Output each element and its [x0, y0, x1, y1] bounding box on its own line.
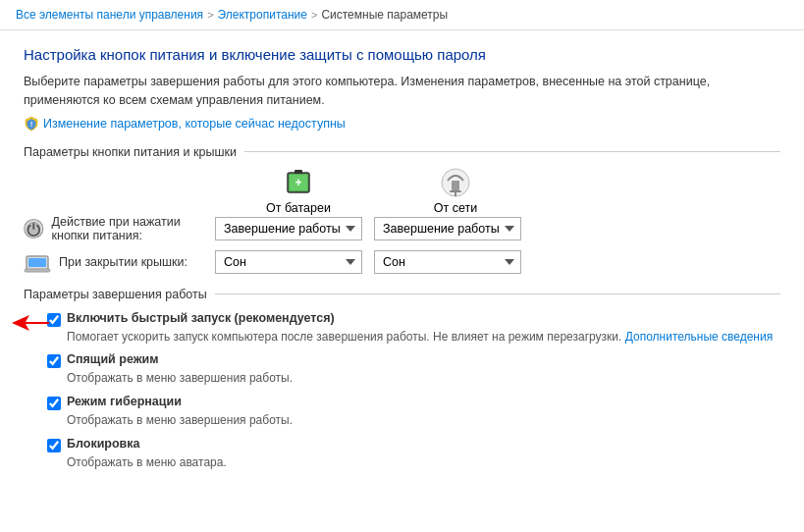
- hibernate-row: Режим гибернации: [47, 395, 780, 410]
- power-plug-icon: [440, 167, 471, 198]
- fast-startup-row: Включить быстрый запуск (рекомендуется): [47, 311, 780, 327]
- red-arrow-icon: [12, 313, 49, 333]
- svg-text:+: +: [295, 176, 301, 189]
- battery-icon: +: [285, 167, 312, 198]
- lock-checkbox[interactable]: [47, 439, 61, 452]
- fast-startup-checkbox[interactable]: [47, 313, 61, 327]
- power-column-header: От сети: [377, 167, 534, 215]
- row2-battery-select[interactable]: Сон Завершение работы Гибернация Ничего …: [215, 250, 362, 274]
- svg-rect-13: [25, 269, 50, 272]
- row1-label: Действие при нажатии кнопки питания:: [52, 215, 215, 242]
- breadcrumb-part3: Системные параметры: [321, 8, 448, 22]
- fast-startup-label: Включить быстрый запуск (рекомендуется): [67, 311, 335, 325]
- svg-rect-12: [28, 258, 46, 267]
- svg-text:!: !: [30, 120, 33, 129]
- sleep-mode-checkbox[interactable]: [47, 354, 61, 368]
- lock-desc: Отображать в меню аватара.: [67, 454, 780, 471]
- svg-rect-6: [452, 181, 459, 190]
- row2-power-select[interactable]: Сон Завершение работы Гибернация Ничего …: [374, 250, 521, 274]
- breadcrumb-part2[interactable]: Электропитание: [218, 8, 307, 22]
- sleep-mode-desc: Отображать в меню завершения работы.: [67, 370, 780, 387]
- lid-close-icon: [24, 248, 51, 276]
- lid-close-row: При закрытии крышки: Сон Завершение рабо…: [24, 248, 780, 276]
- row1-power-select[interactable]: Завершение работы Сон Гибернация Ничего …: [374, 217, 521, 240]
- svg-rect-2: [295, 170, 302, 174]
- section2-title: Параметры завершения работы: [24, 288, 780, 301]
- svg-marker-15: [12, 315, 49, 331]
- battery-column-header: + От батареи: [220, 167, 377, 215]
- fast-startup-link[interactable]: Дополнительные сведения: [625, 330, 773, 344]
- fast-startup-desc: Помогает ускорить запуск компьютера посл…: [67, 329, 780, 346]
- section1-title: Параметры кнопки питания и крышки: [24, 145, 780, 159]
- breadcrumb-part1[interactable]: Все элементы панели управления: [16, 8, 203, 22]
- page-title: Настройка кнопок питания и включение защ…: [24, 46, 780, 63]
- hibernate-desc: Отображать в меню завершения работы.: [67, 412, 780, 429]
- power-button-icon: [24, 215, 44, 242]
- breadcrumb-sep1: >: [207, 9, 213, 21]
- row2-label: При закрытии крышки:: [59, 255, 188, 269]
- sleep-mode-label: Спящий режим: [67, 352, 158, 366]
- sleep-mode-row: Спящий режим: [47, 352, 780, 368]
- row1-battery-select[interactable]: Завершение работы Сон Гибернация Ничего …: [215, 217, 362, 240]
- power-button-section: Параметры кнопки питания и крышки + От б…: [24, 145, 780, 276]
- svg-rect-7: [450, 190, 461, 192]
- breadcrumb-sep2: >: [311, 9, 317, 21]
- breadcrumb: Все элементы панели управления > Электро…: [0, 0, 804, 30]
- lock-row: Блокировка: [47, 437, 780, 452]
- shutdown-section: Параметры завершения работы Включить быс…: [24, 288, 780, 471]
- page-description: Выберите параметры завершения работы для…: [24, 73, 711, 110]
- change-link[interactable]: ! Изменение параметров, которые сейчас н…: [24, 116, 780, 132]
- hibernate-checkbox[interactable]: [47, 397, 61, 410]
- power-button-row: Действие при нажатии кнопки питания: Зав…: [24, 215, 780, 242]
- shield-icon: !: [24, 116, 39, 132]
- lock-label: Блокировка: [67, 437, 140, 451]
- hibernate-label: Режим гибернации: [67, 395, 182, 408]
